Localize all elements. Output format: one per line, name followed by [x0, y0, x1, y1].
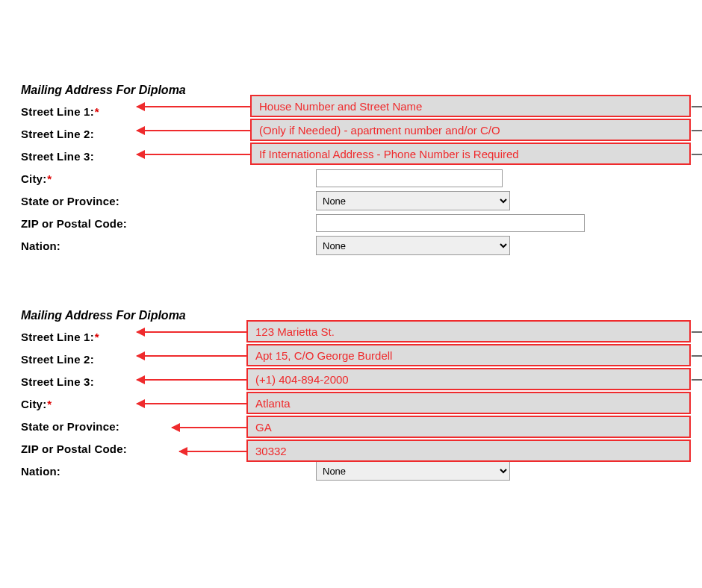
label-street1-text: Street Line 1: [21, 105, 94, 118]
tick-mark [692, 331, 702, 333]
arrow-icon [172, 427, 246, 428]
zip-input-cell [316, 214, 585, 232]
annotation-street3-instruction: If International Address - Phone Number … [250, 143, 691, 165]
city-input-cell [316, 169, 503, 187]
nation-select[interactable]: None [316, 461, 510, 481]
arrow-icon [137, 403, 246, 404]
row-zip: ZIP or Postal Code: [21, 212, 585, 234]
annotation-street1-instruction: House Number and Street Name [250, 95, 691, 117]
zip-input[interactable] [316, 214, 585, 232]
state-select-cell: None [316, 191, 510, 210]
required-mark: * [95, 105, 99, 118]
arrow-icon [137, 355, 246, 357]
tick-mark [692, 130, 702, 131]
label-zip: ZIP or Postal Code: [21, 217, 316, 230]
arrow-icon [137, 379, 246, 381]
nation-select-cell: None [316, 236, 510, 255]
annotation-zip-example: 30332 [246, 440, 691, 462]
required-mark: * [95, 331, 99, 343]
tick-mark [692, 355, 702, 357]
label-city-text: City: [21, 398, 46, 410]
required-mark: * [47, 398, 52, 410]
arrow-icon [137, 130, 250, 131]
annotation-state-example: GA [246, 416, 691, 438]
state-select[interactable]: None [316, 191, 510, 210]
nation-select-cell: None [316, 461, 510, 481]
label-nation: Nation: [21, 240, 316, 252]
annotation-street1-example: 123 Marietta St. [246, 320, 691, 343]
required-mark: * [47, 172, 52, 185]
annotation-street2-example: Apt 15, C/O George Burdell [246, 344, 691, 366]
annotation-street3-example: (+1) 404-894-2000 [246, 368, 691, 390]
row-nation: Nation: None [21, 460, 510, 482]
label-state: State or Province: [21, 195, 316, 207]
tick-mark [692, 106, 702, 107]
annotation-city-example: Atlanta [246, 392, 691, 414]
row-nation: Nation: None [21, 234, 585, 257]
nation-select[interactable]: None [316, 236, 510, 255]
label-city-text: City: [21, 172, 46, 185]
arrow-icon [179, 451, 246, 452]
tick-mark [692, 379, 702, 381]
label-street1-text: Street Line 1: [21, 331, 94, 343]
row-state: State or Province: None [21, 190, 585, 212]
arrow-icon [137, 331, 246, 333]
city-input[interactable] [316, 169, 503, 187]
label-nation: Nation: [21, 465, 316, 478]
label-city: City:* [21, 172, 316, 185]
tick-mark [692, 154, 702, 155]
arrow-icon [137, 106, 250, 107]
annotation-street2-instruction: (Only if Needed) - apartment number and/… [250, 119, 691, 141]
arrow-icon [137, 154, 250, 155]
row-city: City:* [21, 167, 585, 190]
